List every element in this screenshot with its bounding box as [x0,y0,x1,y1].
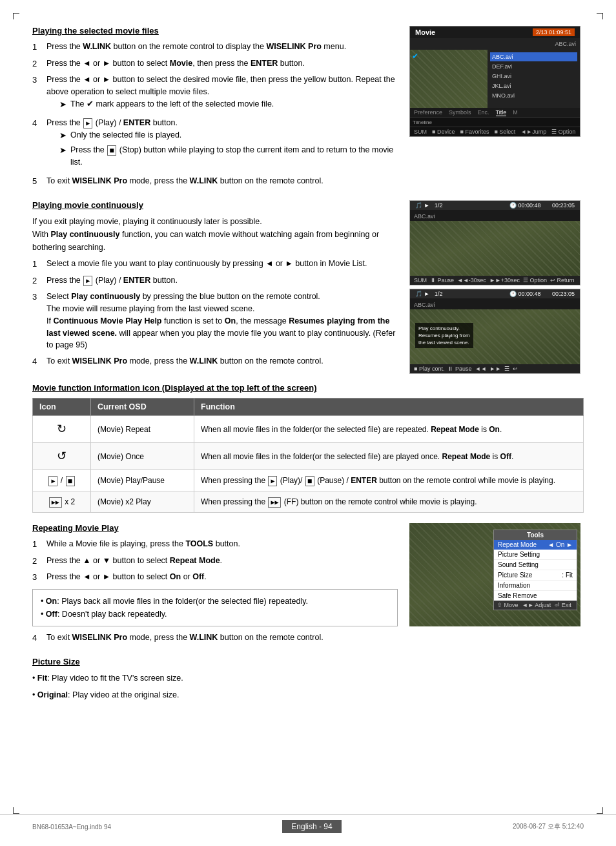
tools-panel: Tools Repeat Mode ◄ On ► Picture Setting… [493,530,577,610]
tools-value: : Fit [562,572,573,579]
stop-btn-icon: ■ [107,145,116,156]
note-on: • On: Plays back all movie files in the … [41,597,308,606]
step-num: 2 [32,555,41,568]
arrow-note-1: ➤ Only the selected file is played. [59,129,398,142]
screen3-time: 🕐 00:00:48 00:23:05 [509,291,575,297]
screen1-tabs: Preference Symbols Enc. Title M [410,108,580,118]
screen1-footer: SUM ■ Device ■ Favorites ■ Select ◄►Jump… [410,127,580,136]
tools-label: Repeat Mode [498,541,537,548]
step-content: To exit WISELINK Pro mode, press the W.L… [46,355,398,368]
ctrl-pause: ⏸ Pause [430,277,454,284]
check-mark: ✔ [412,52,418,61]
ctrl-rew: ◄◄ [475,366,487,372]
table-row: ↻ (Movie) Repeat When all movie files in… [33,416,584,443]
section5: Picture Size • Fit: Play video to fit th… [32,657,584,701]
screen1-content: ✔ ABC.avi DEF.avi GHI.avi JKL.avi MNO.av… [410,50,580,108]
step-num: 3 [32,74,41,113]
table-row: ↺ (Movie) Once When all movie files in t… [33,443,584,470]
section4-note: • On: Plays back all movie files in the … [32,589,398,626]
ctrl-playcont: ■ Play cont. [414,366,444,372]
step-content: Press the ▲ or ▼ button to select Repeat… [46,555,398,568]
step-content: Press the ▶ (Play) / ENTER button. [46,274,398,287]
screen3-top: 🎵 ► 1/2 🕐 00:00:48 00:23:05 [410,289,580,298]
col-osd: Current OSD [91,398,194,416]
section3: Movie function information icon (Display… [32,383,584,513]
play-btn-icon: ▶ [83,118,92,129]
tools-row: Picture Size : Fit [494,570,577,581]
step-1-3: 3 Press the ◄ or ► button to select the … [32,74,398,113]
step-num: 4 [32,355,41,368]
list-item-3: GHI.avi [490,72,577,81]
osd-once: (Movie) Once [91,443,194,470]
footer-fav: ■ Favorites [460,129,489,135]
footer-jump: ◄►Jump [520,129,546,135]
col-function: Function [194,398,584,416]
section5-title: Picture Size [32,657,584,666]
list-item-4: JKL.avi [490,81,577,90]
screen2: 🎵 ► 1/2 🕐 00:00:48 00:23:05 ABC.avi SUM … [409,200,580,285]
pause-icon: ■ [66,476,75,486]
tools-screen: Tools Repeat Mode ◄ On ► Picture Setting… [409,523,580,626]
icon-repeat: ↻ [33,416,91,443]
step-num: 2 [32,57,41,70]
screen3-img: Play continuously. Resumes playing from … [410,309,580,364]
icon-once: ↺ [33,443,91,470]
right-screens-top: Movie 2/13 01:09:51 ABC.avi ✔ ABC.avi DE… [409,26,584,191]
screen2-time: 🕐 00:00:48 00:23:05 [509,202,575,209]
ctrl-pause: ⏸ Pause [447,366,471,372]
step-num: 3 [32,291,41,351]
osd-repeat: (Movie) Repeat [91,416,194,443]
right-screens-mid: 🎵 ► 1/2 🕐 00:00:48 00:23:05 ABC.avi SUM … [409,200,584,374]
screen1-thumbs: ✔ [410,50,488,108]
section5-original: • Original: Play video at the original s… [32,688,584,701]
icon-playpause: ▶ / ■ [33,470,91,491]
ctrl-ret: ↩ Return [550,277,575,284]
func-repeat: When all movie files in the folder(or th… [194,416,584,443]
step-2-1: 1 Select a movie file you want to play c… [32,258,398,271]
step-1-2: 2 Press the ◄ or ► button to select Movi… [32,57,398,70]
symbols-tab: Symbols [449,109,471,116]
tools-adjust: ◄► Adjust [522,602,551,608]
ctrl-rew: ◄◄-30sec [457,277,486,284]
step-content: To exit WISELINK Pro mode, press the W.L… [46,632,398,645]
section4-title: Repeating Movie Play [32,523,398,533]
pause-icon-ref: ■ [305,476,314,486]
section5-fit: • Fit: Play video to fit the TV's screen… [32,672,584,685]
section4-steps: 1 While a Movie file is playing, press t… [32,538,398,584]
tools-label: Information [498,582,530,589]
tools-title: Tools [494,530,577,540]
section2: Playing movie continuously If you exit p… [32,200,398,374]
step-num: 5 [32,175,41,188]
screen2-pattern [410,221,580,276]
table-row: ▶ / ■ (Movie) Play/Pause When pressing t… [33,470,584,491]
section1-title: Playing the selected movie files [32,26,398,36]
step-1-5: 5 To exit WISELINK Pro mode, press the W… [32,175,398,188]
tools-label: Picture Size [498,572,532,579]
ctrl-ff: ►►+30sec [489,277,520,284]
step-content: Press the ◄ or ► button to select the de… [46,74,398,113]
section1-steps: 1 Press the W.LINK button on the remote … [32,41,398,187]
tools-row: Picture Setting [494,550,577,560]
screen1-timeline: Timeline [410,118,580,127]
step-2-2: 2 Press the ▶ (Play) / ENTER button. [32,274,398,287]
screen1-list: ABC.avi DEF.avi GHI.avi JKL.avi MNO.avi [488,50,580,108]
tools-panel-container: Tools Repeat Mode ◄ On ► Picture Setting… [409,523,584,648]
step-num: 1 [32,258,41,271]
step-2-3: 3 Select Play continuously by pressing t… [32,291,398,351]
tools-move: ⇧ Move [497,602,518,608]
list-item-5: MNO.avi [490,91,577,100]
ff-icon-ref: ▶▶ [268,497,281,508]
step-4-1: 1 While a Movie file is playing, press t… [32,538,398,551]
ctrl-ret: ↩ [513,366,518,372]
note-off: • Off: Doesn't play back repeatedly. [41,610,167,619]
section2-intro1: If you exit playing movie, playing it co… [32,215,398,254]
step-content: Press the ◄ or ► button to select Movie,… [46,57,398,70]
step-content: Select a movie file you want to play con… [46,258,398,271]
screen2-controls: SUM ⏸ Pause ◄◄-30sec ►►+30sec ☰ Option ↩… [410,276,580,285]
step-content: Select Play continuously by pressing the… [46,291,398,351]
title-tab: Title [496,109,507,116]
func-playpause: When pressing the ▶ (Play)/ ■ (Pause) / … [194,470,584,491]
footer-right: 2008-08-27 오후 5:12:40 [513,822,584,831]
step-content: Press the W.LINK button on the remote co… [46,41,398,54]
m-tab: M [513,109,518,116]
